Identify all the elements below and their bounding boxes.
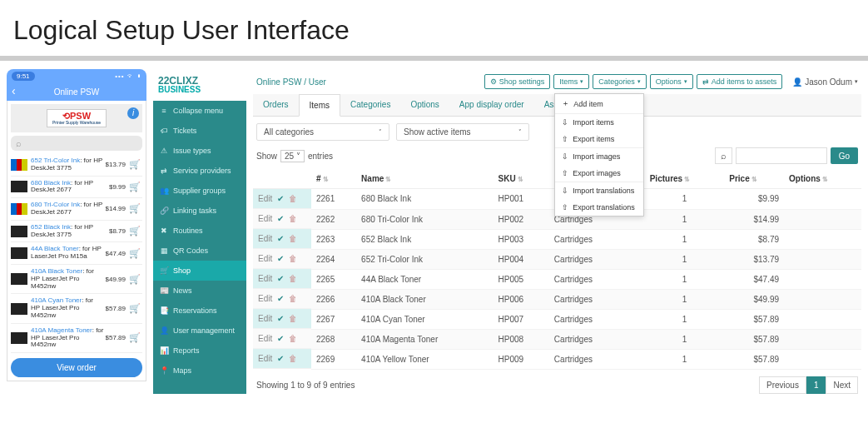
cell-name: 652 Tri-Color Ink [356,249,493,269]
cart-icon[interactable]: 🛒 [127,248,142,259]
dropdown-item[interactable]: ＋Add item [555,94,643,113]
col-name[interactable]: Name⇅ [356,169,493,189]
sidebar-item-linking-tasks[interactable]: 🔗Linking tasks [153,201,246,221]
user-menu[interactable]: 👤 Jason Odum ▾ [786,77,858,87]
options-dropdown-button[interactable]: Options ▾ [650,74,693,89]
cart-icon[interactable]: 🛒 [127,332,142,343]
edit-link[interactable]: Edit [258,254,272,263]
edit-link[interactable]: Edit [258,274,272,283]
items-dropdown-button[interactable]: Items ▾ ＋Add item⇩Import items⇧Export it… [553,74,589,89]
add-items-to-assets-button[interactable]: ⇄ Add items to assets [697,74,783,89]
dropdown-item[interactable]: ⇩Import translations [555,182,643,199]
sidebar-item-maps[interactable]: 📍Maps [153,361,246,381]
category-filter[interactable]: All categories˅ [256,123,389,141]
delete-icon[interactable]: 🗑 [289,314,297,323]
tab-app-display-order[interactable]: App display order [449,94,534,116]
check-icon[interactable]: ✔ [277,234,284,243]
check-icon[interactable]: ✔ [277,334,284,343]
phone-list-item[interactable]: 410A Black Toner: for HP LaserJet Pro M4… [11,265,142,294]
col-sku[interactable]: SKU⇅ [494,169,549,189]
phone-search[interactable]: ⌕ [11,136,142,151]
dropdown-item[interactable]: ⇧Export translations [555,199,643,216]
sidebar-item-collapse-menu[interactable]: ≡Collapse menu [153,101,246,121]
breadcrumb[interactable]: Online PSW / User [256,77,326,87]
tab-options[interactable]: Options [400,94,449,116]
shop-settings-button[interactable]: ⚙ Shop settings [484,74,551,89]
go-button[interactable]: Go [831,147,858,164]
delete-icon[interactable]: 🗑 [289,334,297,343]
phone-list-item[interactable]: 652 Black Ink: for HP DeskJet 3775 $8.79… [11,221,142,243]
tab-categories[interactable]: Categories [340,94,400,116]
check-icon[interactable]: ✔ [277,314,284,323]
delete-icon[interactable]: 🗑 [289,254,297,263]
sidebar-item-qr-codes[interactable]: ▦QR Codes [153,241,246,261]
col-price[interactable]: Price⇅ [724,169,784,189]
edit-link[interactable]: Edit [258,214,272,223]
sidebar-item-news[interactable]: 📰News [153,281,246,301]
check-icon[interactable]: ✔ [277,354,284,363]
col-options[interactable]: Options⇅ [784,169,861,189]
sidebar-item-routines[interactable]: ✖Routines [153,221,246,241]
cell-pic: 1 [645,349,725,369]
cart-icon[interactable]: 🛒 [127,303,142,314]
back-icon[interactable]: ‹ [12,84,16,97]
check-icon[interactable]: ✔ [277,274,284,283]
sidebar-item-shop[interactable]: 🛒Shop [153,261,246,281]
edit-link[interactable]: Edit [258,194,272,203]
dropdown-item[interactable]: ⇧Export items [555,131,643,147]
delete-icon[interactable]: 🗑 [289,274,297,283]
tab-items[interactable]: Items [299,94,340,117]
info-icon[interactable]: i [127,107,139,119]
cart-icon[interactable]: 🛒 [127,226,142,236]
next-button[interactable]: Next [826,376,858,394]
cart-icon[interactable]: 🛒 [127,203,142,214]
col-#[interactable]: #⇅ [311,169,356,189]
delete-icon[interactable]: 🗑 [289,294,297,303]
phone-list-item[interactable]: 652 Tri-Color Ink: for HP DeskJet 3775 $… [11,154,142,177]
dropdown-item[interactable]: ⇧Export images [555,165,643,182]
sidebar-item-issue-types[interactable]: ⚠Issue types [153,141,246,161]
delete-icon[interactable]: 🗑 [289,194,297,203]
phone-list-item[interactable]: 680 Black Ink: for HP DeskJet 2677 $9.99… [11,177,142,199]
page-size-select[interactable]: 25 ˅ [280,150,305,162]
edit-link[interactable]: Edit [258,354,272,363]
categories-dropdown-button[interactable]: Categories ▾ [593,74,647,89]
delete-icon[interactable]: 🗑 [289,214,297,223]
search-button[interactable]: ⌕ [715,147,732,164]
check-icon[interactable]: ✔ [277,254,284,263]
search-input[interactable] [736,147,827,164]
check-icon[interactable]: ✔ [277,294,284,303]
edit-link[interactable]: Edit [258,294,272,303]
sidebar-item-tickets[interactable]: 🏷Tickets [153,121,246,141]
tab-orders[interactable]: Orders [253,94,299,116]
delete-icon[interactable]: 🗑 [289,234,297,243]
check-icon[interactable]: ✔ [277,214,284,223]
phone-list-item[interactable]: 410A Cyan Toner: for HP LaserJet Pro M45… [11,294,142,323]
cell-sku: HP003 [494,229,549,249]
sidebar-item-user-management[interactable]: 👤User management [153,321,246,341]
delete-icon[interactable]: 🗑 [289,354,297,363]
edit-link[interactable]: Edit [258,234,272,243]
page-1-button[interactable]: 1 [806,376,826,394]
edit-link[interactable]: Edit [258,314,272,323]
col-actions[interactable] [253,169,311,189]
cart-icon[interactable]: 🛒 [127,274,142,285]
phone-list-item[interactable]: 44A Black Toner: for HP LaserJet Pro M15… [11,242,142,265]
phone-list-item[interactable]: 680 Tri-Color Ink: for HP DeskJet 2677 $… [11,198,142,221]
dropdown-item[interactable]: ⇩Import images [555,148,643,165]
prev-button[interactable]: Previous [759,376,806,394]
sidebar-item-reservations[interactable]: 📑Reservations [153,301,246,321]
sidebar-item-reports[interactable]: 📊Reports [153,341,246,361]
cart-icon[interactable]: 🛒 [127,182,142,192]
view-order-button[interactable]: View order [11,358,142,377]
dropdown-item[interactable]: ⇩Import items [555,114,643,131]
phone-list-item[interactable]: 410A Magenta Toner: for HP LaserJet Pro … [11,324,142,353]
sidebar-item-supplier-groups[interactable]: 👥Supplier groups [153,181,246,201]
sidebar-item-service-providers[interactable]: ⇄Service providers [153,161,246,181]
cart-icon[interactable]: 🛒 [127,159,142,170]
edit-link[interactable]: Edit [258,334,272,343]
items-dropdown: ＋Add item⇩Import items⇧Export items⇩Impo… [554,93,644,217]
status-filter[interactable]: Show active items˅ [396,123,529,141]
col-pictures[interactable]: Pictures⇅ [645,169,725,189]
check-icon[interactable]: ✔ [277,194,284,203]
